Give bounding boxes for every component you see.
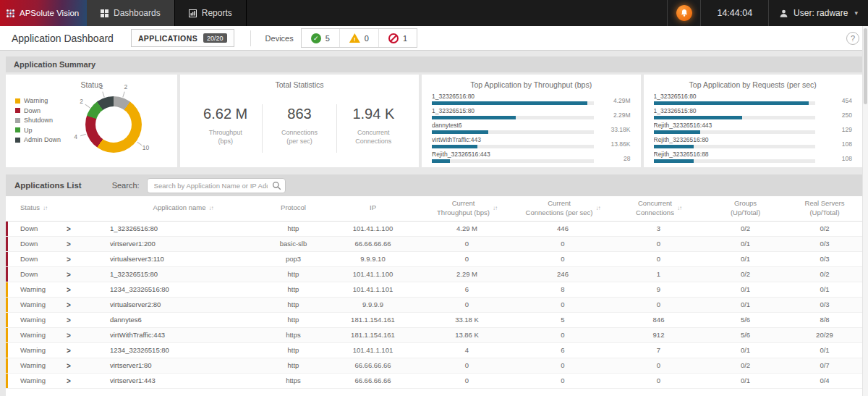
legend-label: Admin Down (24, 136, 61, 143)
throughput-cell: 13.86 K (422, 327, 512, 342)
table-row[interactable]: Warning>1234_32326516:80http101.41.1.101… (6, 282, 862, 297)
concurrent-cell: 0 (613, 251, 704, 266)
search-input[interactable] (147, 178, 286, 193)
summary-cards: Status WarningDownShutdownUpAdmin Down 2… (6, 75, 862, 167)
status-label: Warning (20, 316, 55, 324)
bar-track (432, 159, 594, 163)
user-menu[interactable]: User: radware ▾ (769, 0, 868, 26)
groups-cell: 0/2 (704, 221, 787, 236)
reports-icon (189, 9, 197, 17)
column-header-application-name[interactable]: Application name↓↑ (103, 196, 263, 221)
vertical-scrollbar[interactable] (862, 26, 868, 396)
help-button[interactable]: ? (846, 32, 859, 45)
expand-row-chevron-icon[interactable]: > (67, 300, 71, 309)
donut-value-label: 2 (77, 98, 87, 105)
brand-name: APSolute Vision (20, 9, 79, 17)
column-header-real-servers[interactable]: Real Servers(Up/Total) (787, 196, 862, 221)
nav-tab-reports[interactable]: Reports (175, 0, 247, 26)
bar-row: Rejith_32326516:88108 (654, 151, 853, 163)
legend-swatch (15, 118, 20, 123)
dashboards-grid-icon (101, 9, 109, 17)
table-row[interactable]: Down>1_32326515:80http101.41.1.1002.29 M… (6, 266, 862, 282)
concurrent-cell: 0 (613, 358, 704, 373)
sort-icon[interactable]: ↓↑ (493, 205, 497, 211)
application-name-cell: virtualserver3:110 (103, 251, 263, 266)
table-row[interactable]: Warning>virtserver1:80http66.66.66.66000… (6, 358, 862, 373)
nav-tab-dashboards[interactable]: Dashboards (87, 0, 175, 26)
donut-tick (85, 104, 90, 109)
table-row[interactable]: Down>virtualserver3:110pop39.9.9.100000/… (6, 251, 862, 266)
sort-icon[interactable]: ↓↑ (43, 205, 47, 211)
bar-row: 1_32326516:80454 (654, 93, 853, 105)
status-label: Warning (20, 285, 55, 293)
status-strip (6, 222, 8, 236)
table-row[interactable]: Warning>1234_32326515:80http101.41.1.101… (6, 342, 862, 358)
donut-hole (95, 106, 132, 143)
column-header-current-connections[interactable]: CurrentConnections (per sec)↓↑ (512, 196, 613, 221)
expand-row-chevron-icon[interactable]: > (67, 345, 71, 355)
table-row[interactable]: Down>virtserver1:200basic-slb66.66.66.66… (6, 236, 862, 251)
legend-swatch (15, 98, 20, 104)
column-header-status[interactable]: Status↓↑ (6, 196, 103, 221)
sort-icon[interactable]: ↓↑ (595, 205, 600, 211)
expand-row-chevron-icon[interactable]: > (67, 376, 71, 385)
table-row[interactable]: Warning>dannytes6http181.1.154.16133.18 … (6, 312, 862, 327)
bar-track (654, 130, 816, 134)
table-row[interactable]: Warning>virtserver1:443https66.66.66.660… (6, 373, 862, 388)
bar-label: 1_32326515:80 (654, 107, 816, 114)
groups-cell: 0/1 (704, 297, 787, 312)
status-label: Down (20, 270, 55, 278)
bar-value: 129 (820, 126, 852, 134)
expand-row-chevron-icon[interactable]: > (67, 269, 71, 279)
top-requests-card: Top Application by Requests (per sec) 1_… (644, 75, 863, 167)
search-icon[interactable] (272, 181, 281, 190)
sort-icon[interactable]: ↓↑ (208, 205, 213, 211)
total-statistics-title: Total Statistics (180, 75, 419, 89)
expand-row-chevron-icon[interactable]: > (67, 285, 71, 294)
devices-down-filter[interactable]: 1 (379, 29, 417, 47)
connections-cell: 246 (512, 266, 613, 282)
ip-cell: 101.41.1.100 (324, 266, 422, 282)
table-row[interactable]: Down>1_32326516:80http101.41.1.1004.29 M… (6, 221, 862, 236)
concurrent-cell: 3 (613, 221, 704, 236)
bell-icon (676, 5, 692, 21)
sort-icon[interactable]: ↓↑ (677, 205, 681, 211)
ip-cell: 66.66.66.66 (324, 358, 422, 373)
concurrent-cell: 7 (613, 342, 704, 358)
status-label: Warning (20, 346, 55, 354)
expand-row-chevron-icon[interactable]: > (67, 239, 71, 248)
devices-warning-filter[interactable]: 0 (340, 29, 379, 47)
column-header-protocol[interactable]: Protocol (263, 196, 324, 221)
devices-up-filter[interactable]: ✓ 5 (302, 29, 340, 47)
connections-cell: 5 (512, 312, 613, 327)
expand-row-chevron-icon[interactable]: > (67, 315, 71, 324)
alerts-button[interactable] (667, 0, 700, 26)
content: Application Summary Status WarningDownSh… (0, 51, 868, 396)
ip-cell: 101.41.1.101 (324, 282, 422, 297)
protocol-cell: http (263, 266, 324, 282)
real-servers-cell: 0/4 (787, 373, 862, 388)
top-throughput-title: Top Application by Throughput (bps) (422, 75, 641, 89)
expand-row-chevron-icon[interactable]: > (67, 330, 71, 340)
tab-applications[interactable]: APPLICATIONS 20/20 (131, 29, 234, 47)
expand-row-chevron-icon[interactable]: > (67, 224, 71, 233)
column-header-current-throughput[interactable]: CurrentThroughput (bps)↓↑ (422, 196, 512, 221)
expand-row-chevron-icon[interactable]: > (67, 361, 71, 370)
table-row[interactable]: Warning>virtWithTraffic:443https181.1.15… (6, 327, 862, 342)
groups-cell: 0/1 (704, 251, 787, 266)
expand-row-chevron-icon[interactable]: > (67, 254, 71, 264)
scrollbar-thumb[interactable] (864, 28, 867, 104)
table-row[interactable]: Warning>virtualserver2:80http9.9.9.90000… (6, 297, 862, 312)
legend-item: Up (15, 127, 61, 134)
column-header-ip[interactable]: IP (324, 196, 422, 221)
concurrent-cell: 0 (613, 297, 704, 312)
protocol-cell: pop3 (263, 251, 324, 266)
bar-track (654, 101, 816, 105)
column-header-groups[interactable]: Groups(Up/Total) (704, 196, 787, 221)
bar-label: dannytest6 (432, 122, 594, 129)
bar-track (654, 159, 816, 163)
groups-cell: 0/1 (704, 236, 787, 251)
column-header-concurrent-connections[interactable]: ConcurrentConnections↓↑ (613, 196, 704, 221)
stat-value: 1.94 K (337, 106, 410, 122)
protocol-cell: http (263, 342, 324, 358)
